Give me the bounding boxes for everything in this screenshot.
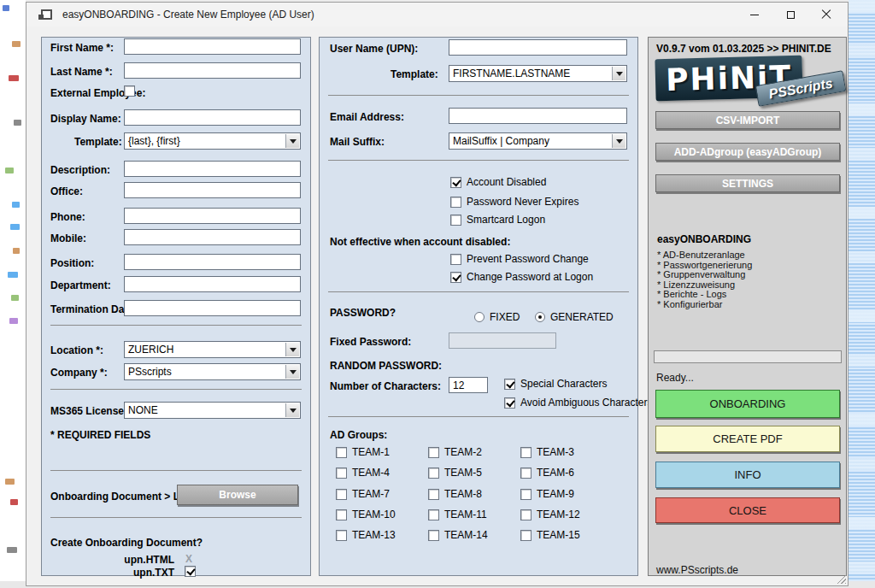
office-input[interactable] [124,182,301,198]
upn-input[interactable] [449,39,627,56]
avoid-ambiguous-checkbox[interactable] [504,397,515,409]
pwd-never-expires-row[interactable]: Password Never Expires [450,196,578,208]
phone-input[interactable] [124,208,301,224]
special-chars-checkbox[interactable] [504,379,515,390]
first-name-input[interactable] [124,38,301,55]
team-3-checkbox[interactable] [520,447,531,458]
ms365-license-dropdown[interactable]: NONE [124,402,301,419]
team-8-checkbox[interactable] [428,489,439,500]
team-12-label: TEAM-12 [537,509,580,520]
background-minimap[interactable] [849,0,875,588]
last-name-input[interactable] [124,62,301,79]
csv-import-button[interactable]: CSV-IMPORT [655,111,840,129]
display-template-dropdown[interactable]: {last}, {first} [124,132,301,150]
team-5-checkbox[interactable] [428,467,439,479]
account-disabled-row[interactable]: Account Disabled [450,176,546,188]
dropdown-arrow-icon[interactable] [285,134,299,148]
email-input[interactable] [449,108,627,124]
special-chars-label: Special Characters [520,378,607,390]
settings-button[interactable]: SETTINGS [655,174,840,192]
smartcard-logon-checkbox[interactable] [450,215,461,226]
dropdown-arrow-icon[interactable] [612,67,625,80]
onboarding-button[interactable]: ONBOARDING [655,390,840,418]
team-9-checkbox[interactable] [520,489,531,500]
browse-button[interactable]: Browse [177,485,298,505]
dropdown-arrow-icon[interactable] [612,134,625,148]
description-input[interactable] [124,161,301,177]
dropdown-arrow-icon[interactable] [285,365,299,379]
team-8-label: TEAM-8 [444,488,482,500]
company-dropdown[interactable]: PSscripts [124,363,301,380]
change-pwd-at-logon-row[interactable]: Change Password at Logon [450,271,593,283]
avoid-ambiguous-label: Avoid Ambiguous Characters [520,397,653,409]
team-7-checkbox[interactable] [336,489,347,500]
team-10-checkbox[interactable] [336,509,347,520]
maximize-button[interactable] [772,3,808,26]
feature-item: * Konfigurierbar [657,300,752,310]
team-12-checkbox[interactable] [520,509,531,520]
divider [50,517,302,518]
smartcard-logon-label: Smartcard Logon [467,214,545,226]
prevent-pwd-change-row[interactable]: Prevent Password Change [450,253,589,265]
pwd-never-expires-checkbox[interactable] [450,197,461,208]
random-password-header: RANDOM PASSWORD: [330,360,442,372]
divider [328,416,629,417]
feature-list: * AD-Benutzeranlage * Passwortgenerierun… [657,250,752,310]
website-link: www.PSscripts.de [656,564,738,576]
maximize-icon [787,11,795,19]
team-4-checkbox[interactable] [336,467,347,479]
position-input[interactable] [124,254,301,270]
special-chars-row[interactable]: Special Characters [504,378,607,390]
fixed-radio-row[interactable]: FIXED [474,311,520,323]
department-input[interactable] [124,276,301,292]
minimize-button[interactable] [737,3,772,26]
team-14-checkbox[interactable] [428,530,439,541]
team-15-checkbox[interactable] [520,530,531,541]
add-adgroup-button[interactable]: ADD-ADgroup (easyADGroup) [655,143,840,161]
mobile-input[interactable] [124,229,301,245]
team-13-checkbox[interactable] [336,530,347,541]
display-name-input[interactable] [124,109,301,126]
titlebar[interactable]: easyONBOARDING - Create New Employee (AD… [26,3,848,26]
termination-date-input[interactable] [124,300,301,316]
team-11-checkbox[interactable] [428,509,439,520]
close-app-button[interactable]: CLOSE [655,497,840,523]
divider [50,389,302,390]
required-fields-note: * REQUIRED FIELDS [50,429,150,441]
account-disabled-checkbox[interactable] [450,177,461,188]
dropdown-arrow-icon[interactable] [285,343,299,356]
account-disabled-label: Account Disabled [467,176,546,188]
external-employee-checkbox[interactable] [124,85,135,97]
team-5-label: TEAM-5 [444,467,482,479]
upn-txt-checkbox[interactable] [185,566,196,577]
change-pwd-at-logon-label: Change Password at Logon [467,271,593,283]
divider [328,291,629,292]
avoid-ambiguous-row[interactable]: Avoid Ambiguous Characters [504,397,653,409]
team-4-label: TEAM-4 [352,467,390,479]
generated-radio-label: GENERATED [550,311,614,323]
num-chars-input[interactable] [449,377,488,393]
generated-radio-row[interactable]: GENERATED [535,311,614,323]
upn-template-dropdown[interactable]: FIRSTNAME.LASTNAME [449,65,627,82]
upn-label: User Name (UPN): [330,43,418,55]
ad-groups-label: AD Groups: [330,429,387,441]
info-button[interactable]: INFO [655,462,840,488]
location-dropdown[interactable]: ZUERICH [124,341,301,358]
team-11-label: TEAM-11 [444,509,487,520]
mail-suffix-dropdown[interactable]: MailSuffix | Company [449,132,627,150]
app-window: easyONBOARDING - Create New Employee (AD… [26,2,849,586]
smartcard-logon-row[interactable]: Smartcard Logon [450,214,545,226]
team-2-checkbox[interactable] [428,447,439,458]
first-name-label: First Name *: [50,42,114,54]
create-pdf-button[interactable]: CREATE PDF [655,426,840,452]
close-button[interactable] [808,3,844,26]
team-6-checkbox[interactable] [520,467,531,479]
dropdown-arrow-icon[interactable] [285,403,299,417]
position-label: Position: [50,257,94,269]
generated-radio[interactable] [535,312,545,322]
team-1-checkbox[interactable] [336,447,347,458]
prevent-pwd-change-checkbox[interactable] [450,254,461,265]
fixed-radio[interactable] [474,312,484,322]
change-pwd-at-logon-checkbox[interactable] [450,272,461,283]
team-14-label: TEAM-14 [444,529,488,541]
